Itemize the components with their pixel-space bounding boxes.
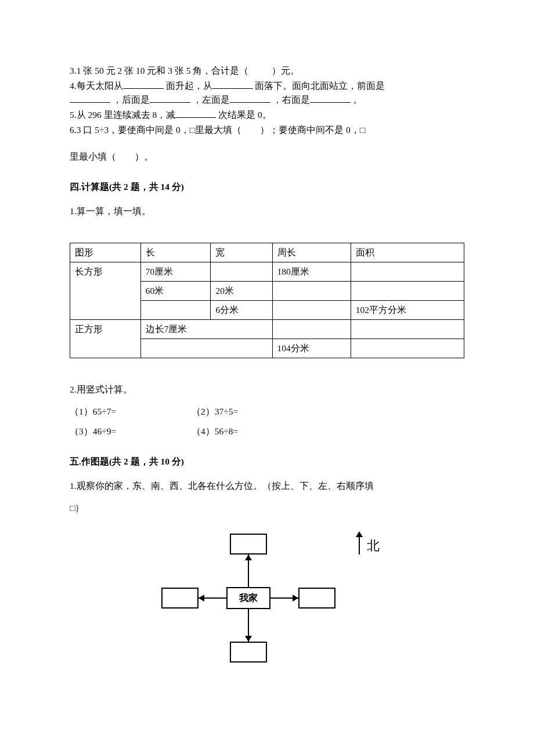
calc-table: 图形 长 宽 周长 面积 长方形 70厘米 180厘米 60米 20米 6分米 …	[70, 243, 464, 358]
th-area: 面积	[351, 243, 464, 262]
q4-c: 面落下。面向北面站立，前面是	[255, 81, 385, 91]
cell-side-7cm-text: 边长7厘米	[146, 324, 187, 334]
diagram-right-box	[298, 588, 335, 609]
diagram-center-box: 我家	[226, 587, 270, 609]
cell	[351, 320, 464, 339]
section-4-item1: 1.算一算，填一填。	[70, 204, 464, 218]
q4-f: ，右面是	[273, 95, 310, 105]
question-6-line2: 里最小填（ ）。	[70, 150, 464, 164]
section-4-heading: 四.计算题(共 2 题，共 14 分)	[70, 180, 464, 194]
q4-e: ，左面是	[193, 95, 230, 105]
section-5-heading: 五.作图题(共 2 题，共 10 分)	[70, 455, 464, 469]
q3-blank	[251, 66, 269, 75]
blank	[123, 80, 164, 89]
cell	[211, 262, 272, 282]
arrow-right-icon	[293, 595, 298, 602]
q3-suffix: ）元。	[272, 66, 300, 75]
gap	[70, 226, 464, 238]
blank	[70, 94, 110, 103]
diagram-top-box	[230, 534, 267, 555]
table-row: 长方形 70厘米 180厘米	[70, 262, 464, 282]
calc-row-1: （1）65÷7= （2）37÷5=	[70, 405, 464, 419]
north-label: 北	[367, 536, 380, 556]
q4-a: 4.每天太阳从	[70, 81, 123, 91]
table-header-row: 图形 长 宽 周长 面积	[70, 243, 464, 262]
section-5-item1b: □）	[70, 501, 464, 515]
question-3: 3.1 张 50 元 2 张 10 元和 3 张 5 角，合计是（ ）元。	[70, 64, 464, 78]
gap	[70, 358, 464, 383]
q4-b: 面升起，从	[166, 81, 212, 91]
cell	[272, 282, 351, 301]
direction-diagram: 我家 北	[128, 523, 406, 680]
blank	[310, 94, 351, 103]
diagram-center-label: 我家	[239, 591, 258, 606]
cell	[351, 339, 464, 358]
cell	[140, 301, 211, 320]
section-4-item2: 2.用竖式计算。	[70, 383, 464, 397]
north-arrow-head-icon	[356, 531, 363, 537]
section-5-item1a: 1.观察你的家，东、南、西、北各在什么方位。（按上、下、左、右顺序填	[70, 479, 464, 493]
blank	[230, 94, 270, 103]
cell: 104分米	[272, 339, 351, 358]
cell-side-7cm: 边长7厘米	[140, 320, 272, 339]
calc-4: （4）56÷8=	[192, 424, 313, 438]
diagram-left-box	[161, 588, 199, 609]
q4-g: 。	[353, 95, 362, 105]
cell: 180厘米	[272, 262, 351, 282]
cell	[272, 301, 351, 320]
table-row: 正方形 边长7厘米	[70, 320, 464, 339]
th-length: 长	[140, 243, 211, 262]
page: 3.1 张 50 元 2 张 10 元和 3 张 5 角，合计是（ ）元。 4.…	[0, 0, 534, 756]
calc-1: （1）65÷7=	[70, 405, 192, 419]
th-perimeter: 周长	[272, 243, 351, 262]
diagram-bottom-box	[230, 642, 267, 663]
th-width: 宽	[211, 243, 272, 262]
q5-a: 5.从 296 里连续减去 8，减	[70, 110, 175, 120]
q3-prefix: 3.1 张 50 元 2 张 10 元和 3 张 5 角，合计是（	[70, 66, 248, 75]
cell: 60米	[140, 282, 211, 301]
north-arrow-line	[359, 535, 360, 555]
q5-b: 次结果是 0。	[218, 110, 272, 120]
cell	[351, 262, 464, 282]
blank	[150, 94, 190, 103]
q4-d: ，后面是	[113, 95, 150, 105]
arrow-up-icon	[245, 555, 252, 560]
question-4: 4.每天太阳从 面升起，从 面落下。面向北面站立，前面是 ，后面是 ，左面是 ，…	[70, 79, 464, 107]
calc-3: （3）46÷9=	[70, 424, 192, 438]
arrow-down-icon	[245, 636, 252, 642]
arrow-left-icon	[199, 595, 204, 602]
cell	[351, 282, 464, 301]
blank	[175, 109, 216, 118]
th-shape: 图形	[70, 243, 141, 262]
cell: 102平方分米	[351, 301, 464, 320]
cell: 20米	[211, 282, 272, 301]
question-5: 5.从 296 里连续减去 8，减 次结果是 0。	[70, 108, 464, 122]
blank	[212, 80, 253, 89]
cell	[272, 320, 351, 339]
calc-row-2: （3）46÷9= （4）56÷8=	[70, 424, 464, 438]
gap	[70, 138, 464, 150]
cell: 6分米	[211, 301, 272, 320]
cell-square-label: 正方形	[70, 320, 141, 358]
calc-2: （2）37÷5=	[192, 405, 313, 419]
cell: 70厘米	[140, 262, 211, 282]
cell	[140, 339, 272, 358]
cell-rect-label: 长方形	[70, 262, 141, 320]
question-6-line1: 6.3 口 5÷3，要使商中间是 0，□里最大填（ ）；要使商中间不是 0，□	[70, 123, 464, 137]
